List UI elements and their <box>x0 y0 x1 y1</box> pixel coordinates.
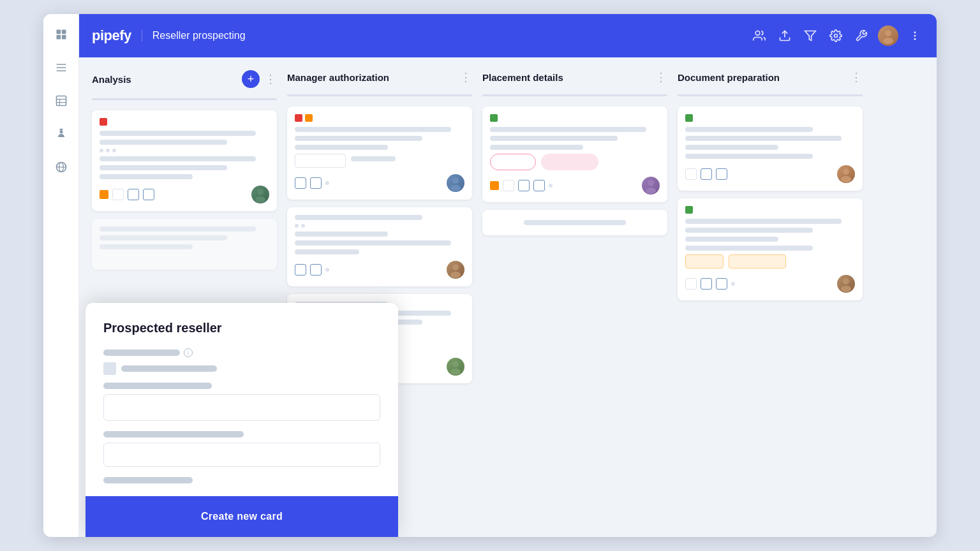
app-logo: pipefy <box>92 27 131 44</box>
settings-icon[interactable] <box>827 27 845 45</box>
card-icon-2[interactable] <box>310 264 322 276</box>
card-line <box>685 154 813 159</box>
card-line <box>100 226 256 231</box>
card-line <box>351 156 396 161</box>
svg-point-33 <box>648 180 654 186</box>
svg-rect-3 <box>61 35 66 40</box>
card-icon-2[interactable] <box>701 278 712 290</box>
card-dots <box>100 149 269 152</box>
card-line <box>100 174 193 179</box>
card-analysis-2 <box>92 219 277 270</box>
tag-orange <box>305 114 313 122</box>
svg-rect-12 <box>59 129 63 131</box>
sidebar <box>43 14 79 537</box>
svg-point-36 <box>841 176 851 182</box>
form-input-1[interactable] <box>103 394 380 421</box>
form-image-icon <box>103 362 116 375</box>
sidebar-item-list[interactable] <box>51 57 71 78</box>
form-extra-label <box>103 477 193 483</box>
card-avatar <box>447 261 464 279</box>
wrench-icon[interactable] <box>852 27 870 45</box>
card-line <box>295 231 388 237</box>
svg-point-37 <box>843 278 849 284</box>
svg-rect-7 <box>56 96 66 106</box>
sidebar-item-table[interactable] <box>51 91 71 111</box>
create-card-button[interactable]: Create new card <box>85 496 398 537</box>
column-menu-placement[interactable]: ⋮ <box>655 70 667 84</box>
card-icon-3[interactable] <box>716 168 727 180</box>
card-icon-2[interactable] <box>701 168 712 180</box>
tag-green <box>490 114 498 122</box>
form-label-1 <box>103 349 180 356</box>
form-input-2[interactable] <box>103 443 380 467</box>
svg-point-35 <box>843 168 849 175</box>
card-line <box>100 165 227 170</box>
sidebar-item-grid[interactable] <box>51 24 71 45</box>
card-line <box>295 145 388 150</box>
card-line <box>295 127 451 132</box>
card-footer <box>295 261 464 279</box>
svg-point-38 <box>841 286 851 292</box>
svg-point-29 <box>452 264 459 270</box>
card-icon-2[interactable] <box>518 180 530 191</box>
user-avatar[interactable] <box>878 26 898 46</box>
column-menu-manager[interactable]: ⋮ <box>460 70 472 84</box>
card-line <box>295 136 422 141</box>
card-icons <box>100 189 154 200</box>
form-field-1-value-row <box>103 362 380 375</box>
page-title: Reseller prospecting <box>142 30 246 41</box>
card-icon-1[interactable] <box>685 278 697 290</box>
column-menu-analysis[interactable]: ⋮ <box>265 72 277 86</box>
svg-point-11 <box>59 130 63 133</box>
column-menu-document[interactable]: ⋮ <box>850 70 863 84</box>
modal-body: Prospected reseller i <box>85 303 398 496</box>
card-icon-2[interactable] <box>310 177 322 189</box>
card-icon-1[interactable] <box>685 168 697 180</box>
card-badge-pink-outline <box>490 154 536 170</box>
card-icon-orange <box>100 190 108 199</box>
card-icon-1[interactable] <box>503 180 514 191</box>
column-header-manager: Manager authorization ⋮ <box>287 70 472 87</box>
sidebar-item-automation[interactable] <box>51 124 71 144</box>
card-line <box>685 136 842 141</box>
form-value-1 <box>121 365 217 372</box>
card-icon-1[interactable] <box>295 177 306 189</box>
header-actions <box>750 26 924 46</box>
card-manager-2 <box>287 207 472 286</box>
card-icon-3[interactable] <box>533 180 545 191</box>
column-title-analysis: Analysis <box>92 74 237 85</box>
svg-point-20 <box>885 30 891 36</box>
svg-rect-1 <box>61 30 66 34</box>
column-placement: Placement details ⋮ <box>482 70 667 524</box>
card-avatar <box>447 174 464 192</box>
column-header-placement: Placement details ⋮ <box>482 70 667 87</box>
card-icon-1[interactable] <box>295 264 306 276</box>
card-avatar <box>251 186 269 203</box>
card-icon-3[interactable] <box>143 189 154 200</box>
more-options-icon[interactable] <box>906 27 924 45</box>
column-header-analysis: Analysis + ⋮ <box>92 70 277 91</box>
export-icon[interactable] <box>776 27 794 45</box>
column-title-document: Document preparation <box>678 72 845 83</box>
card-badge-outline <box>295 154 346 168</box>
people-icon[interactable] <box>750 27 768 45</box>
column-progress-document <box>678 94 863 96</box>
add-card-analysis-button[interactable]: + <box>242 70 260 88</box>
create-card-label: Create new card <box>201 511 283 522</box>
card-icon-1[interactable] <box>112 189 124 200</box>
card-dots <box>295 224 464 228</box>
info-icon[interactable]: i <box>184 348 193 357</box>
card-line <box>490 127 646 132</box>
column-header-document: Document preparation ⋮ <box>678 70 863 87</box>
avatar-image <box>878 26 898 46</box>
card-line <box>100 244 193 249</box>
filter-icon[interactable] <box>801 27 819 45</box>
card-icon-2[interactable] <box>128 189 139 200</box>
card-icon-3[interactable] <box>716 278 727 290</box>
card-avatar <box>837 275 855 293</box>
sidebar-item-globe[interactable] <box>51 157 71 177</box>
card-manager-1 <box>287 107 472 200</box>
empty-line <box>524 220 626 225</box>
card-badge-pink-filled <box>541 154 598 170</box>
card-line <box>100 156 256 161</box>
